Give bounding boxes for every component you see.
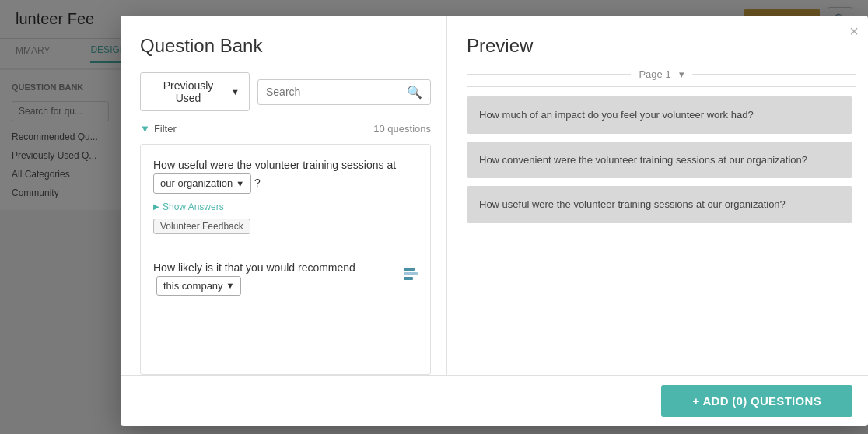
company-select-label: this company <box>163 278 223 294</box>
search-box[interactable]: 🔍 <box>257 79 431 105</box>
filter-row: Previously Used ▼ 🔍 <box>140 72 431 111</box>
search-input[interactable] <box>266 86 402 98</box>
page-chevron-icon[interactable]: ▾ <box>679 68 684 80</box>
chart-icon <box>404 266 419 282</box>
question-text-before: How useful were the volunteer training s… <box>153 159 396 171</box>
question-text-2: How likely is it that you would recommen… <box>153 260 418 296</box>
company-select-dropdown[interactable]: this company ▼ <box>156 276 241 296</box>
filter-text: Filter <box>154 123 177 135</box>
page-divider-left <box>467 74 631 75</box>
right-panel: Preview Page 1 ▾ How much of an impact d… <box>447 16 868 375</box>
question-card-icon[interactable] <box>404 260 419 282</box>
close-button[interactable]: × <box>849 23 859 39</box>
search-icon: 🔍 <box>407 85 422 100</box>
triangle-icon: ▶ <box>153 202 159 211</box>
page-label: Page 1 <box>639 68 670 80</box>
org-select-dropdown[interactable]: our organization ▼ <box>153 173 251 194</box>
question-bank-title: Question Bank <box>140 35 431 57</box>
modal-body: Question Bank Previously Used ▼ 🔍 ▼ Filt… <box>121 16 868 375</box>
page-divider-right <box>692 74 856 75</box>
question-card: How likely is it that you would recommen… <box>141 247 430 317</box>
filter-label[interactable]: ▼ Filter <box>140 123 177 135</box>
question-card: How useful were the volunteer training s… <box>141 145 430 247</box>
questions-count: 10 questions <box>373 123 431 135</box>
chevron-down-icon: ▼ <box>231 87 240 96</box>
dropdown-label: Previously Used <box>150 79 226 104</box>
preview-container: Page 1 ▾ How much of an impact do you fe… <box>467 68 856 375</box>
add-questions-button[interactable]: + ADD (0) QUESTIONS <box>661 385 852 417</box>
preview-card-1: How much of an impact do you feel your v… <box>467 96 852 134</box>
preview-title: Preview <box>467 35 856 57</box>
question-bank-modal: × Question Bank Previously Used ▼ 🔍 ▼ Fi… <box>121 16 868 426</box>
modal-footer: + ADD (0) QUESTIONS <box>121 375 868 426</box>
question-text: How useful were the volunteer training s… <box>153 157 418 194</box>
question2-text-before: How likely is it that you would recommen… <box>153 261 355 274</box>
show-answers-link[interactable]: ▶ Show Answers <box>153 201 418 212</box>
category-badge: Volunteer Feedback <box>153 219 250 234</box>
question-text-after: ? <box>254 177 261 189</box>
preview-card-2: How convenient were the volunteer traini… <box>467 142 852 179</box>
show-answers-label: Show Answers <box>163 201 224 212</box>
questions-list: How useful were the volunteer training s… <box>140 144 431 375</box>
preview-cards: How much of an impact do you feel your v… <box>467 96 856 223</box>
left-panel: Question Bank Previously Used ▼ 🔍 ▼ Filt… <box>121 16 447 375</box>
org-chevron-icon: ▼ <box>236 177 244 191</box>
org-select-label: our organization <box>160 176 233 191</box>
page-header: Page 1 ▾ <box>467 68 856 87</box>
company-chevron-icon: ▼ <box>226 279 235 292</box>
previously-used-dropdown[interactable]: Previously Used ▼ <box>140 72 250 111</box>
preview-card-3: How useful were the volunteer training s… <box>467 186 852 223</box>
filter-icon: ▼ <box>140 123 150 135</box>
filter-bar: ▼ Filter 10 questions <box>140 123 431 135</box>
